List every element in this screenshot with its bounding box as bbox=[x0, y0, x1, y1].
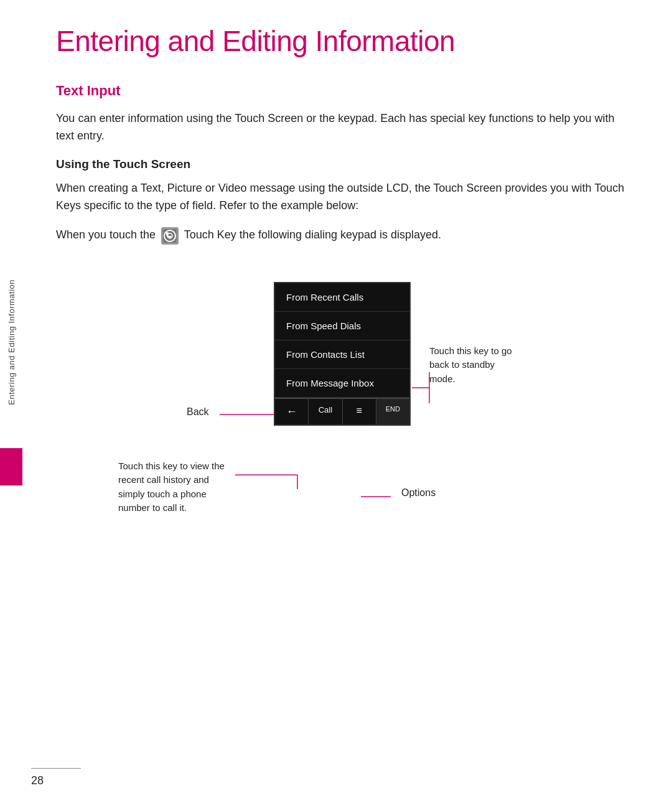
label-touch-view: Touch this key to view the recent call h… bbox=[118, 459, 230, 515]
page-number: 28 bbox=[31, 774, 44, 787]
label-options: Options bbox=[401, 487, 436, 499]
page-divider bbox=[31, 768, 81, 769]
menu-item-message-inbox: From Message Inbox bbox=[275, 369, 409, 398]
phone-menu: From Recent Calls From Speed Dials From … bbox=[274, 282, 411, 426]
svg-rect-0 bbox=[163, 229, 177, 243]
page-title: Entering and Editing Information bbox=[56, 25, 635, 58]
section-title: Text Input bbox=[56, 83, 635, 99]
body-text-2: When creating a Text, Picture or Video m… bbox=[56, 180, 635, 215]
sidebar-accent-block bbox=[0, 448, 22, 485]
bottom-btn-back: ← bbox=[275, 399, 309, 424]
body3-post: Touch Key the following dialing keypad i… bbox=[184, 228, 441, 241]
label-back: Back bbox=[187, 406, 209, 418]
main-content: Entering and Editing Information Text In… bbox=[31, 0, 672, 562]
sidebar-tab: Entering and Editing Information bbox=[0, 237, 22, 448]
bottom-btn-call: Call bbox=[309, 399, 342, 424]
menu-item-speed-dials: From Speed Dials bbox=[275, 312, 409, 340]
body3-pre: When you touch the bbox=[56, 228, 156, 241]
diagram-area: From Recent Calls From Speed Dials From … bbox=[56, 263, 635, 525]
menu-item-contacts-list: From Contacts List bbox=[275, 340, 409, 369]
bottom-btn-end: END bbox=[376, 399, 409, 424]
phone-bottom-bar: ← Call ≡ END bbox=[275, 398, 409, 424]
touch-key-icon bbox=[161, 227, 179, 245]
body-text-1: You can enter information using the Touc… bbox=[56, 110, 635, 145]
menu-item-recent-calls: From Recent Calls bbox=[275, 283, 409, 312]
subsection-title: Using the Touch Screen bbox=[56, 157, 635, 171]
bottom-btn-options: ≡ bbox=[343, 399, 376, 424]
sidebar-label: Entering and Editing Information bbox=[7, 279, 16, 405]
body-text-3: When you touch the Touch Key the followi… bbox=[56, 227, 635, 244]
phone-icon-svg bbox=[163, 229, 177, 243]
label-touch-standby: Touch this key to go back to standby mod… bbox=[429, 344, 523, 387]
svg-point-1 bbox=[167, 233, 172, 238]
page-number-area: 28 bbox=[31, 774, 44, 787]
